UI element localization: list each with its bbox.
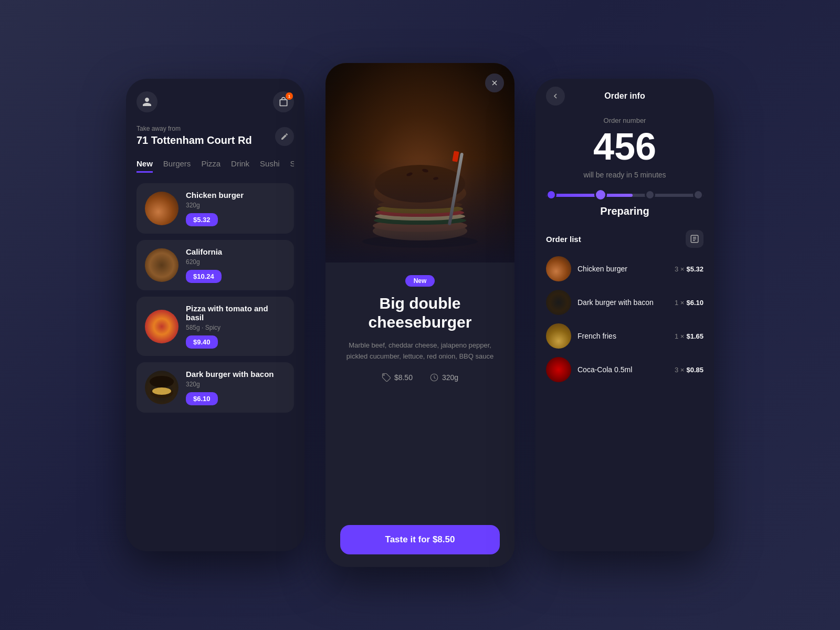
edit-location-button[interactable] (275, 127, 294, 146)
back-button[interactable] (546, 87, 565, 106)
order-chicken-burger-name: Chicken burger (578, 265, 668, 273)
page-title: Order info (604, 91, 645, 101)
california-info: California 620g $10.24 (186, 247, 286, 283)
chicken-burger-weight: 320g (186, 202, 286, 209)
tab-se[interactable]: Se (290, 159, 294, 173)
progress-container (546, 194, 704, 197)
close-product-button[interactable] (485, 74, 504, 92)
order-fries-image (546, 323, 571, 349)
order-item-chicken-burger: Chicken burger 3 × $5.32 (546, 256, 704, 281)
arrow-left-icon (551, 92, 560, 100)
dark-burger-qty: 1 × (675, 299, 684, 307)
pizza-name: Pizza with tomato and basil (186, 304, 286, 322)
image-overlay (326, 158, 514, 262)
status-label: Preparing (546, 205, 704, 217)
cart-badge: 1 (286, 92, 293, 100)
order-chicken-burger-image (546, 256, 571, 281)
price-meta: $8.50 (382, 373, 413, 382)
order-item-dark-burger: Dark burger with bacon 1 × $6.10 (546, 290, 704, 315)
add-to-cart-button[interactable]: Taste it for $8.50 (340, 525, 500, 554)
order-items: Chicken burger 3 × $5.32 Dark burger wit… (546, 256, 704, 382)
tab-drink[interactable]: Drink (231, 159, 249, 173)
list-icon (690, 234, 699, 244)
progress-dot-3 (645, 190, 655, 200)
order-list-header: Order list (546, 230, 704, 248)
product-title: Big double cheeseburger (340, 294, 500, 332)
tab-new[interactable]: New (136, 159, 153, 173)
weight-meta: 320g (429, 373, 458, 382)
progress-dots (546, 190, 704, 201)
product-description: Marble beef, cheddar cheese, jalapeno pe… (340, 340, 500, 362)
order-list-title: Order list (546, 235, 581, 244)
location-address: 71 Tottenham Court Rd (136, 134, 252, 146)
order-item-fries: French fries 1 × $1.65 (546, 323, 704, 349)
top-bar: 1 (136, 91, 294, 112)
menu-list: Chicken burger 320g $5.32 California 620… (136, 183, 294, 413)
cola-order-price: $0.85 (686, 366, 704, 374)
fries-order-price: $1.65 (686, 332, 704, 340)
profile-button[interactable] (136, 91, 158, 112)
fries-qty: 1 × (675, 332, 684, 340)
menu-item-dark-burger[interactable]: Dark burger with bacon 320g $6.10 (136, 362, 294, 413)
location-label: Take away from (136, 125, 252, 132)
chicken-burger-image (145, 192, 178, 225)
phone-order-info: Order info Order number 456 will be read… (536, 79, 714, 551)
product-weight: 320g (442, 373, 458, 382)
tab-pizza[interactable]: Pizza (201, 159, 220, 173)
order-cola-qty-price: 3 × $0.85 (675, 366, 704, 374)
dark-burger-image (145, 371, 178, 404)
phone-product-detail: New Big double cheeseburger Marble beef,… (326, 63, 514, 567)
order-chicken-burger-qty-price: 3 × $5.32 (675, 265, 704, 273)
chicken-burger-order-price: $5.32 (686, 265, 704, 273)
order-item-cola: Coca-Cola 0.5ml 3 × $0.85 (546, 357, 704, 382)
phone-menu: 1 Take away from 71 Tottenham Court Rd N… (126, 79, 304, 551)
california-price[interactable]: $10.24 (186, 270, 222, 283)
california-name: California (186, 247, 286, 256)
ready-text: will be ready in 5 minutes (546, 171, 704, 179)
menu-item-chicken-burger[interactable]: Chicken burger 320g $5.32 (136, 183, 294, 234)
order-list-action-button[interactable] (686, 230, 704, 248)
chicken-burger-price[interactable]: $5.32 (186, 213, 218, 226)
dark-burger-price[interactable]: $6.10 (186, 392, 218, 405)
product-image-area (326, 63, 514, 262)
location-area: Take away from 71 Tottenham Court Rd (136, 125, 294, 146)
product-price: $8.50 (394, 373, 413, 382)
close-icon (490, 79, 499, 87)
progress-dot-2 (594, 188, 607, 201)
menu-item-california[interactable]: California 620g $10.24 (136, 240, 294, 290)
menu-item-pizza[interactable]: Pizza with tomato and basil 585g · Spicy… (136, 297, 294, 356)
order-cola-name: Coca-Cola 0.5ml (578, 365, 668, 374)
order-fries-name: French fries (578, 332, 668, 340)
pizza-price[interactable]: $9.40 (186, 335, 218, 349)
order-dark-burger-image (546, 290, 571, 315)
pizza-weight: 585g · Spicy (186, 324, 286, 331)
pizza-info: Pizza with tomato and basil 585g · Spicy… (186, 304, 286, 349)
tab-burgers[interactable]: Burgers (163, 159, 191, 173)
order-cola-image (546, 357, 571, 382)
order-top-bar: Order info (546, 91, 704, 101)
order-dark-burger-name: Dark burger with bacon (578, 298, 668, 307)
california-image (145, 248, 178, 282)
dark-burger-info: Dark burger with bacon 320g $6.10 (186, 370, 286, 405)
cola-qty: 3 × (675, 366, 684, 374)
chicken-burger-name: Chicken burger (186, 191, 286, 200)
tab-sushi[interactable]: Sushi (260, 159, 280, 173)
order-dark-burger-qty-price: 1 × $6.10 (675, 299, 704, 307)
chicken-burger-qty: 3 × (675, 265, 684, 273)
chicken-burger-info: Chicken burger 320g $5.32 (186, 191, 286, 226)
category-tabs: New Burgers Pizza Drink Sushi Se (136, 159, 294, 173)
new-badge: New (405, 275, 435, 287)
progress-dot-1 (546, 190, 556, 200)
pizza-image (145, 310, 178, 343)
cart-button[interactable]: 1 (273, 91, 294, 112)
price-tag-icon (382, 373, 391, 382)
california-weight: 620g (186, 258, 286, 266)
product-info: New Big double cheeseburger Marble beef,… (326, 262, 514, 567)
dark-burger-order-price: $6.10 (686, 299, 704, 307)
dark-burger-weight: 320g (186, 381, 286, 388)
pencil-icon (280, 132, 289, 141)
product-meta: $8.50 320g (340, 373, 500, 382)
order-number: 456 (546, 128, 704, 165)
progress-dot-4 (693, 190, 704, 200)
dark-burger-name: Dark burger with bacon (186, 370, 286, 379)
